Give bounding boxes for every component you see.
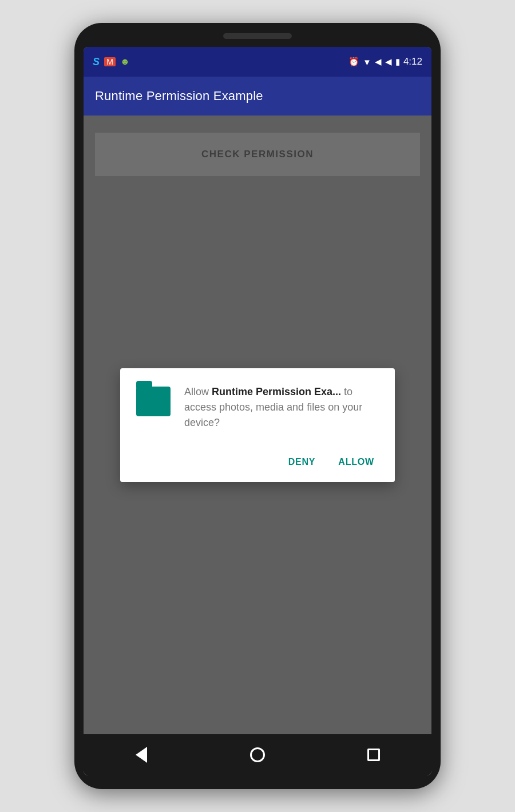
recent-button[interactable] <box>362 743 385 766</box>
skype-icon: S <box>93 56 100 68</box>
app-name: Runtime Permission Exa... <box>212 386 341 397</box>
home-button[interactable] <box>246 743 269 766</box>
status-bar: S M ☻ ⏰ ▼ ◀ ◀ ▮ 4:12 <box>84 47 431 77</box>
app-content: CHECK PERMISSION Allow Runtime Permissio… <box>84 116 431 734</box>
permission-dialog: Allow Runtime Permission Exa... to acces… <box>120 368 395 482</box>
dialog-actions: DENY ALLOW <box>136 447 379 473</box>
home-icon <box>250 747 265 762</box>
app-folder-icon <box>136 387 171 416</box>
android-icon: ☻ <box>120 57 130 67</box>
signal2-icon: ◀ <box>385 57 392 67</box>
app-title: Runtime Permission Example <box>95 89 263 104</box>
toolbar: Runtime Permission Example <box>84 77 431 116</box>
phone-speaker <box>223 33 292 39</box>
alarm-icon: ⏰ <box>348 57 359 67</box>
back-icon <box>136 747 147 763</box>
dialog-body: Allow Runtime Permission Exa... to acces… <box>136 384 379 431</box>
wifi-icon: ▼ <box>363 57 371 67</box>
dialog-overlay: Allow Runtime Permission Exa... to acces… <box>84 116 431 734</box>
status-time: 4:12 <box>403 56 422 67</box>
battery-icon: ▮ <box>395 57 400 67</box>
allow-button[interactable]: ALLOW <box>334 451 379 473</box>
gmail-icon: M <box>104 57 116 66</box>
back-button[interactable] <box>130 743 153 766</box>
phone-screen: S M ☻ ⏰ ▼ ◀ ◀ ▮ 4:12 Runtime Permission … <box>84 47 431 775</box>
status-bar-left: S M ☻ <box>93 56 130 68</box>
phone-frame: S M ☻ ⏰ ▼ ◀ ◀ ▮ 4:12 Runtime Permission … <box>74 23 441 789</box>
status-bar-right: ⏰ ▼ ◀ ◀ ▮ 4:12 <box>348 56 422 67</box>
signal1-icon: ◀ <box>375 57 382 67</box>
recent-icon <box>367 749 380 761</box>
dialog-message: Allow Runtime Permission Exa... to acces… <box>184 384 379 431</box>
nav-bar <box>84 734 431 775</box>
deny-button[interactable]: DENY <box>284 451 320 473</box>
